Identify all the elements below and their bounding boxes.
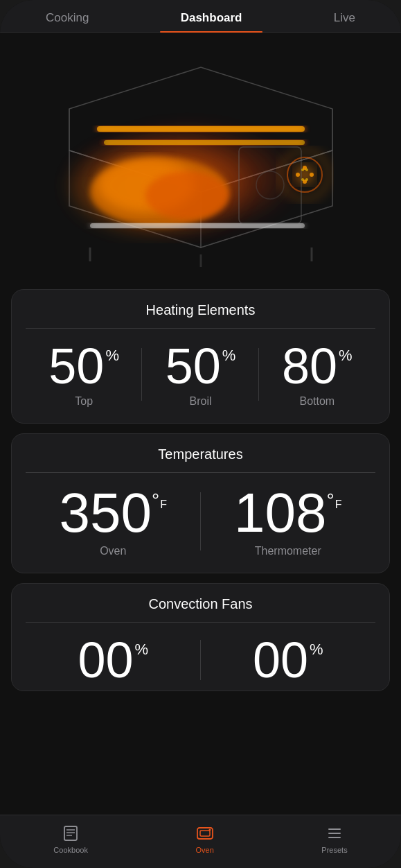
temp-oven-value: 350 ° F bbox=[60, 485, 167, 541]
svg-rect-8 bbox=[104, 140, 305, 145]
heating-elements-title: Heating Elements bbox=[26, 302, 375, 318]
heating-broil-col: 50 % Broil bbox=[142, 341, 258, 408]
bottom-nav: Cookbook Oven Presets bbox=[0, 815, 401, 868]
tab-cooking[interactable]: Cooking bbox=[25, 11, 109, 25]
temp-thermo-label: Thermometer bbox=[255, 545, 321, 557]
tab-dashboard[interactable]: Dashboard bbox=[160, 11, 263, 25]
oven-visualization bbox=[0, 33, 401, 289]
heating-elements-card: Heating Elements 50 % Top 50 % Broil bbox=[11, 289, 390, 424]
temperatures-card: Temperatures 350 ° F Oven 108 ° F bbox=[11, 433, 390, 573]
svg-point-4 bbox=[145, 171, 229, 220]
heating-top-label: Top bbox=[75, 395, 93, 408]
fans-metric-row: 00 % 00 % bbox=[26, 635, 375, 685]
temp-thermo-value: 108 ° F bbox=[234, 485, 341, 541]
temp-metric-row: 350 ° F Oven 108 ° F Thermometer bbox=[26, 485, 375, 557]
fan2-value: 00 % bbox=[253, 635, 323, 685]
oven-icon bbox=[195, 824, 215, 843]
temp-oven-label: Oven bbox=[100, 545, 126, 557]
heating-divider bbox=[26, 328, 375, 329]
heating-top-col: 50 % Top bbox=[26, 341, 142, 408]
cookbook-icon bbox=[61, 824, 80, 843]
svg-rect-27 bbox=[64, 826, 77, 840]
nav-presets[interactable]: Presets bbox=[321, 824, 347, 854]
temp-divider bbox=[26, 472, 375, 473]
heating-broil-value: 50 % bbox=[166, 341, 236, 391]
fans-divider bbox=[26, 622, 375, 623]
temperatures-title: Temperatures bbox=[26, 446, 375, 462]
heating-bottom-label: Bottom bbox=[299, 395, 335, 408]
fan1-col: 00 % bbox=[26, 635, 201, 685]
heating-broil-label: Broil bbox=[189, 395, 211, 408]
oven-svg-container bbox=[35, 46, 367, 275]
tab-live[interactable]: Live bbox=[313, 11, 376, 25]
nav-cookbook[interactable]: Cookbook bbox=[53, 824, 88, 854]
svg-rect-10 bbox=[90, 223, 305, 228]
svg-point-34 bbox=[208, 829, 211, 831]
phone-container: Cooking Dashboard Live bbox=[0, 0, 401, 868]
svg-point-20 bbox=[305, 168, 308, 171]
heating-top-value: 50 % bbox=[48, 341, 119, 391]
nav-cookbook-label: Cookbook bbox=[53, 846, 88, 854]
svg-point-22 bbox=[301, 168, 304, 171]
nav-presets-label: Presets bbox=[321, 846, 347, 854]
svg-point-19 bbox=[296, 173, 300, 177]
convection-fans-title: Convection Fans bbox=[26, 596, 375, 612]
temp-thermo-col: 108 ° F Thermometer bbox=[201, 485, 376, 557]
presets-icon bbox=[325, 824, 344, 843]
heating-bottom-col: 80 % Bottom bbox=[259, 341, 375, 408]
svg-rect-33 bbox=[200, 831, 210, 836]
content-scroll: Heating Elements 50 % Top 50 % Broil bbox=[0, 289, 401, 815]
heating-bottom-value: 80 % bbox=[282, 341, 353, 391]
fan1-value: 00 % bbox=[78, 635, 148, 685]
tab-bar: Cooking Dashboard Live bbox=[0, 0, 401, 33]
svg-point-17 bbox=[310, 173, 314, 177]
nav-oven-label: Oven bbox=[195, 846, 213, 854]
svg-point-23 bbox=[301, 178, 304, 181]
svg-rect-6 bbox=[97, 126, 305, 132]
convection-fans-card: Convection Fans 00 % 00 % bbox=[11, 583, 390, 691]
svg-point-21 bbox=[305, 178, 308, 181]
svg-rect-31 bbox=[64, 826, 65, 840]
nav-oven[interactable]: Oven bbox=[195, 824, 215, 854]
heating-metric-row: 50 % Top 50 % Broil 80 % bbox=[26, 341, 375, 408]
temp-oven-col: 350 ° F Oven bbox=[26, 485, 201, 557]
fan2-col: 00 % bbox=[201, 635, 376, 685]
